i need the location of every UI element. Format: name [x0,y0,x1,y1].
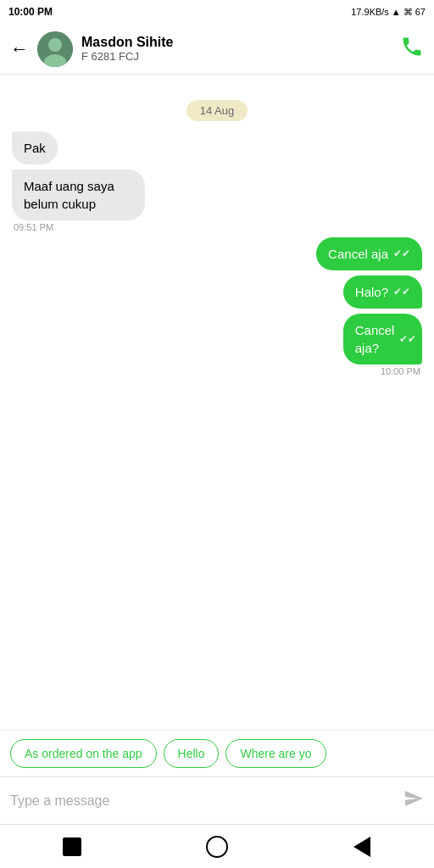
send-button[interactable] [403,788,424,814]
read-receipt-icon: ✔✔ [393,285,410,299]
message-bubble: Cancel aja? ✔✔ [343,314,422,364]
nav-recents-icon[interactable] [60,835,84,859]
chat-area: 14 Aug Pak Maaf uang saya belum cukup 09… [0,75,434,730]
message-text: Cancel aja [328,245,388,263]
nav-home-icon[interactable] [205,835,229,859]
quick-reply-as-ordered[interactable]: As ordered on the app [10,739,157,768]
phone-icon [400,35,424,58]
signal-icon: ▲ [392,7,401,17]
quick-reply-hello[interactable]: Hello [164,739,220,768]
message-timestamp: 10:00 PM [381,366,422,376]
wifi-icon: ⌘ [403,7,413,18]
message-text: Maaf uang saya belum cukup [24,179,114,211]
status-right: 17.9KB/s ▲ ⌘ 67 [351,7,426,18]
message-row: Cancel aja ✔✔ [12,237,422,270]
message-row: Maaf uang saya belum cukup 09:51 PM [12,170,422,232]
message-bubble: Pak [12,131,58,164]
message-bubble: Maaf uang saya belum cukup [12,170,145,220]
message-row: Pak [12,131,422,164]
circle-icon [206,836,228,858]
status-bar: 10:00 PM 17.9KB/s ▲ ⌘ 67 [0,0,434,24]
message-row: Cancel aja? ✔✔ 10:00 PM [12,314,422,376]
message-timestamp: 09:51 PM [12,222,202,232]
contact-info: Masdon Sihite F 6281 FCJ [81,35,400,63]
read-receipt-icon: ✔✔ [399,332,416,347]
date-label: 14 Aug [186,100,248,121]
message-row: Halo? ✔✔ [12,275,422,309]
triangle-icon [353,837,370,857]
nav-back-icon[interactable] [350,835,374,859]
message-text: Cancel aja? [355,321,395,357]
back-button[interactable]: ← [10,38,29,60]
input-bar [0,776,434,824]
network-speed: 17.9KB/s [351,7,389,17]
status-time: 10:00 PM [8,6,53,18]
nav-bar [0,824,434,868]
contact-name: Masdon Sihite [81,35,400,50]
message-bubble: Halo? ✔✔ [343,275,422,309]
message-input[interactable] [10,793,397,809]
read-receipt-icon: ✔✔ [393,247,410,261]
svg-point-1 [48,38,62,52]
battery-label: 67 [415,7,426,17]
chat-header: ← Masdon Sihite F 6281 FCJ [0,24,434,75]
message-text: Halo? [355,283,388,301]
message-text: Pak [24,141,46,155]
contact-id: F 6281 FCJ [81,50,400,63]
message-bubble: Cancel aja ✔✔ [316,237,422,270]
quick-replies-bar: As ordered on the app Hello Where are yo [0,730,434,776]
date-divider: 14 Aug [12,100,422,121]
square-icon [63,837,81,856]
quick-reply-where-are-you[interactable]: Where are yo [225,739,326,768]
avatar [37,31,73,67]
call-button[interactable] [400,35,424,64]
